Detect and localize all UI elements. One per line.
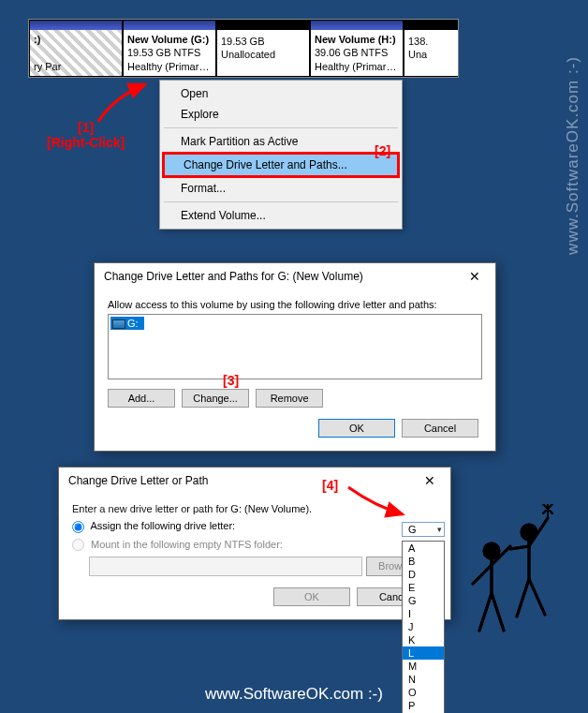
drive-letter-option[interactable]: B — [403, 555, 444, 568]
dialog-change-letter-paths: Change Drive Letter and Paths for G: (Ne… — [94, 262, 496, 452]
menu-extend-volume[interactable]: Extend Volume... — [162, 205, 400, 226]
radio-assign-input[interactable] — [72, 521, 84, 533]
close-icon[interactable]: ✕ — [419, 473, 441, 488]
radio-mount-folder[interactable]: Mount in the following empty NTFS folder… — [72, 539, 437, 552]
folder-path-input — [89, 557, 362, 576]
partition-c[interactable]: :) ry Par — [29, 20, 123, 77]
dialog1-button-row: Add... Change... Remove — [108, 389, 482, 408]
drive-letter-option[interactable]: L — [403, 646, 444, 660]
menu-change-drive-letter[interactable]: Change Drive Letter and Paths... — [162, 152, 400, 178]
drive-letter-option[interactable]: I — [403, 607, 444, 620]
svg-point-0 — [484, 543, 499, 558]
menu-mark-active[interactable]: Mark Partition as Active — [162, 131, 400, 152]
menu-separator — [164, 127, 398, 128]
radio-mount-input[interactable] — [72, 539, 84, 551]
change-button[interactable]: Change... — [182, 389, 249, 408]
drive-letter-option[interactable]: D — [403, 568, 444, 581]
drive-letter-option[interactable]: M — [403, 660, 444, 673]
watermark-side: www.SoftwareOK.com :-) — [564, 56, 582, 255]
annotation-3: [3] — [223, 373, 239, 388]
dialog1-titlebar: Change Drive Letter and Paths for G: (Ne… — [95, 263, 495, 290]
drive-paths-listbox[interactable]: G: — [108, 314, 482, 379]
drive-letter-option[interactable]: E — [403, 581, 444, 594]
add-button[interactable]: Add... — [108, 389, 175, 408]
drive-letter-option[interactable]: J — [403, 620, 444, 633]
drive-letter-option[interactable]: A — [403, 542, 444, 555]
drive-item-g[interactable]: G: — [110, 317, 144, 330]
drive-letter-option[interactable]: G — [403, 594, 444, 607]
partition-tail[interactable]: 138. Una — [404, 20, 459, 77]
drive-letter-option[interactable]: K — [403, 633, 444, 646]
dialog1-confirm-row: OK Cancel — [108, 419, 482, 438]
disk-partitions: :) ry Par New Volume (G:) 19.53 GB NTFS … — [28, 19, 459, 78]
dialog1-title: Change Drive Letter and Paths for G: (Ne… — [104, 270, 363, 283]
drive-letter-dropdown[interactable]: G ▾ — [402, 522, 445, 537]
annotation-4: [4] — [322, 478, 338, 493]
drive-icon — [112, 319, 125, 329]
ok-button: OK — [273, 587, 350, 606]
cancel-button[interactable]: Cancel — [402, 419, 478, 438]
annotation-2: [2] — [375, 143, 390, 158]
dialog1-instruction: Allow access to this volume by using the… — [108, 299, 482, 310]
arrow-1 — [94, 80, 159, 129]
drive-letter-option[interactable]: N — [403, 673, 444, 686]
menu-format[interactable]: Format... — [162, 178, 400, 199]
partition-h[interactable]: New Volume (H:) 39.06 GB NTFS Healthy (P… — [310, 20, 404, 77]
remove-button[interactable]: Remove — [256, 389, 323, 408]
menu-separator — [164, 201, 398, 202]
arrow-4 — [346, 483, 412, 523]
context-menu: Open Explore Mark Partition as Active Ch… — [159, 80, 403, 230]
chevron-down-icon: ▾ — [437, 525, 442, 534]
dialog2-title: Change Drive Letter or Path — [68, 474, 208, 487]
stick-figure-icon — [459, 504, 562, 647]
ok-button[interactable]: OK — [318, 419, 395, 438]
partition-unallocated[interactable]: 19.53 GB Unallocated — [216, 20, 310, 77]
partition-g[interactable]: New Volume (G:) 19.53 GB NTFS Healthy (P… — [123, 20, 216, 77]
close-icon[interactable]: ✕ — [463, 269, 486, 284]
watermark-bottom: www.SoftwareOK.com :-) — [0, 685, 588, 704]
menu-open[interactable]: Open — [162, 83, 400, 104]
menu-explore[interactable]: Explore — [162, 104, 400, 125]
